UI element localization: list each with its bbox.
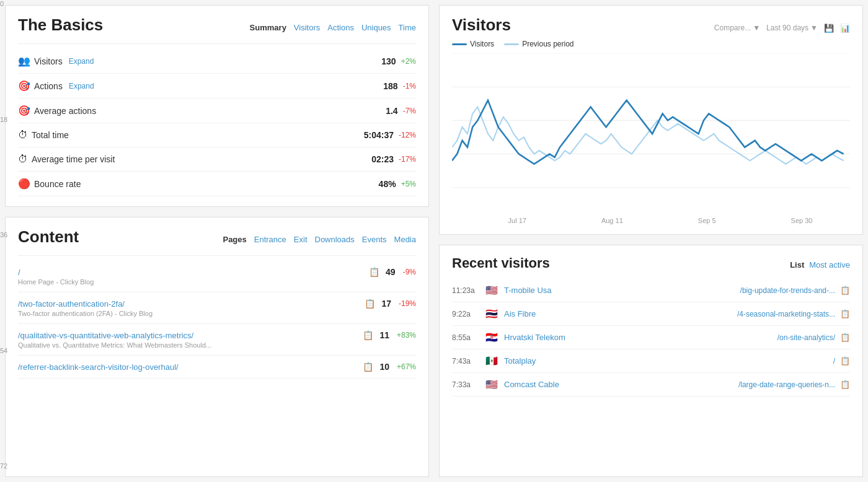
page-icon-2fa: 📋 — [365, 299, 375, 309]
actions-icon: 🎯 — [18, 80, 30, 92]
stat-row-actions: 🎯 Actions Expand 188 -1% — [18, 74, 416, 99]
visitor-ext-icon-3[interactable]: 📋 — [840, 356, 850, 366]
content-nav-downloads[interactable]: Downloads — [315, 235, 355, 244]
visitor-flag-3: 🇲🇽 — [485, 355, 499, 367]
basics-nav-time[interactable]: Time — [399, 23, 416, 32]
avg-actions-label: Average actions — [34, 106, 96, 116]
chart-y-labels: 72 54 36 18 0 — [0, 0, 7, 482]
visitor-ext-icon-1[interactable]: 📋 — [840, 309, 850, 318]
visitor-ext-icon-2[interactable]: 📋 — [840, 333, 850, 342]
content-nav-events[interactable]: Events — [362, 235, 387, 244]
basics-nav-actions[interactable]: Actions — [327, 23, 354, 32]
visitor-time-1: 9:22a — [452, 310, 480, 318]
content-title: Content — [18, 227, 79, 247]
tab-list[interactable]: List — [790, 260, 804, 269]
legend-visitors: Visitors — [452, 40, 494, 48]
basics-nav-summary[interactable]: Summary — [250, 23, 286, 32]
content-link-home[interactable]: / — [18, 268, 20, 277]
visitors-expand[interactable]: Expand — [69, 57, 94, 66]
2fa-change: -19% — [399, 299, 416, 308]
visitor-url-0[interactable]: /big-update-for-trends-and-... — [672, 286, 835, 295]
chart-type-icon[interactable]: 📊 — [840, 24, 850, 33]
content-item-referrer: /referrer-backlink-search-visitor-log-ov… — [18, 356, 416, 379]
total-time-value: 5:04:37 — [364, 130, 394, 140]
bounce-icon: 🔴 — [18, 178, 30, 190]
home-subtitle: Home Page - Clicky Blog — [18, 278, 416, 286]
visitors-icon: 👥 — [18, 55, 30, 67]
visitors-label: Visitors — [34, 56, 63, 66]
visitor-url-1[interactable]: /4-seasonal-marketing-stats... — [672, 310, 835, 318]
visitor-name-0[interactable]: T-mobile Usa — [504, 286, 667, 295]
bounce-value: 48% — [379, 179, 396, 189]
period-btn[interactable]: Last 90 days ▼ — [766, 24, 818, 32]
total-time-change: -12% — [399, 131, 416, 139]
content-item-qual: /qualitative-vs-quantitative-web-analyti… — [18, 324, 416, 356]
content-nav: Pages Entrance Exit Downloads Events Med… — [223, 235, 416, 244]
actions-change: -1% — [403, 82, 416, 90]
stat-row-avg-actions: 🎯 Average actions 1.4 -7% — [18, 99, 416, 123]
recent-title: Recent visitors — [452, 255, 550, 271]
visitor-time-3: 7:43a — [452, 357, 480, 366]
recent-visitors-panel: Recent visitors List Most active 11:23a … — [439, 245, 863, 477]
visitor-ext-icon-4[interactable]: 📋 — [840, 380, 850, 389]
visitor-flag-2: 🇭🇷 — [485, 331, 499, 343]
avg-time-value: 02:23 — [371, 154, 394, 164]
home-change: -9% — [403, 268, 416, 276]
visitor-row-4: 7:33a 🇺🇸 Comcast Cable /large-date-range… — [452, 373, 850, 397]
content-nav-media[interactable]: Media — [394, 235, 416, 244]
content-link-2fa[interactable]: /two-factor-authentication-2fa/ — [18, 299, 125, 309]
basics-panel: The Basics Summary Visitors Actions Uniq… — [5, 5, 429, 207]
basics-nav: Summary Visitors Actions Uniques Time — [250, 23, 416, 32]
qual-change: +83% — [397, 331, 416, 340]
visitor-row-3: 7:43a 🇲🇽 Totalplay / 📋 — [452, 349, 850, 373]
recent-header: Recent visitors List Most active — [452, 255, 850, 271]
avg-actions-value: 1.4 — [386, 106, 397, 116]
visitor-time-2: 8:55a — [452, 333, 480, 342]
visitor-url-4[interactable]: /large-date-range-queries-n... — [672, 380, 835, 389]
download-icon[interactable]: 💾 — [824, 24, 834, 33]
content-nav-pages[interactable]: Pages — [223, 235, 246, 244]
page-icon-home: 📋 — [369, 267, 379, 277]
visitor-name-3[interactable]: Totalplay — [504, 356, 667, 366]
compare-btn[interactable]: Compare... ▼ — [714, 24, 760, 32]
visitors-chart-title: Visitors — [452, 15, 511, 35]
tab-most-active[interactable]: Most active — [809, 260, 850, 269]
visitor-url-2[interactable]: /on-site-analytics/ — [672, 333, 835, 342]
visitor-name-1[interactable]: Ais Fibre — [504, 309, 667, 318]
bounce-label: Bounce rate — [34, 179, 81, 189]
basics-nav-visitors[interactable]: Visitors — [294, 23, 320, 32]
2fa-subtitle: Two-factor authentication (2FA) - Clicky… — [18, 310, 416, 317]
content-panel: Content Pages Entrance Exit Downloads Ev… — [5, 217, 429, 477]
qual-subtitle: Qualitative vs. Quantitative Metrics: Wh… — [18, 341, 416, 349]
visitor-url-3[interactable]: / — [672, 357, 835, 366]
legend-previous-line — [504, 43, 519, 45]
content-nav-entrance[interactable]: Entrance — [254, 235, 286, 244]
visitor-flag-1: 🇹🇭 — [485, 308, 499, 320]
period-chevron-icon: ▼ — [810, 24, 818, 32]
visitor-name-2[interactable]: Hrvatski Telekom — [504, 333, 667, 342]
visitors-value: 130 — [381, 56, 396, 66]
bounce-change: +5% — [401, 180, 416, 188]
visitor-ext-icon-0[interactable]: 📋 — [840, 286, 850, 295]
stat-row-visitors: 👥 Visitors Expand 130 +2% — [18, 49, 416, 74]
actions-expand[interactable]: Expand — [69, 82, 94, 90]
basics-nav-uniques[interactable]: Uniques — [361, 23, 391, 32]
legend-visitors-line — [452, 43, 467, 45]
content-link-referrer[interactable]: /referrer-backlink-search-visitor-log-ov… — [18, 362, 179, 372]
content-item-home: / 📋 49 -9% Home Page - Clicky Blog — [18, 261, 416, 292]
content-nav-exit[interactable]: Exit — [294, 235, 308, 244]
content-link-qual[interactable]: /qualitative-vs-quantitative-web-analyti… — [18, 331, 193, 340]
actions-label: Actions — [34, 81, 63, 91]
visitors-change: +2% — [401, 57, 416, 66]
referrer-value: 10 — [379, 362, 389, 372]
qual-value: 11 — [379, 330, 389, 340]
visitor-name-4[interactable]: Comcast Cable — [504, 380, 667, 389]
recent-tabs: List Most active — [790, 260, 850, 269]
stat-row-total-time: ⏱ Total time 5:04:37 -12% — [18, 123, 416, 147]
chart-x-labels: Jul 17 Aug 11 Sep 5 Sep 30 — [452, 217, 850, 224]
visitor-row-2: 8:55a 🇭🇷 Hrvatski Telekom /on-site-analy… — [452, 326, 850, 349]
chart-legend: Visitors Previous period — [452, 40, 850, 48]
basics-title: The Basics — [18, 15, 103, 35]
visitors-chart-panel: Visitors Compare... ▼ Last 90 days ▼ 💾 📊 — [439, 5, 863, 235]
stat-row-avg-time: ⏱ Average time per visit 02:23 -17% — [18, 147, 416, 172]
